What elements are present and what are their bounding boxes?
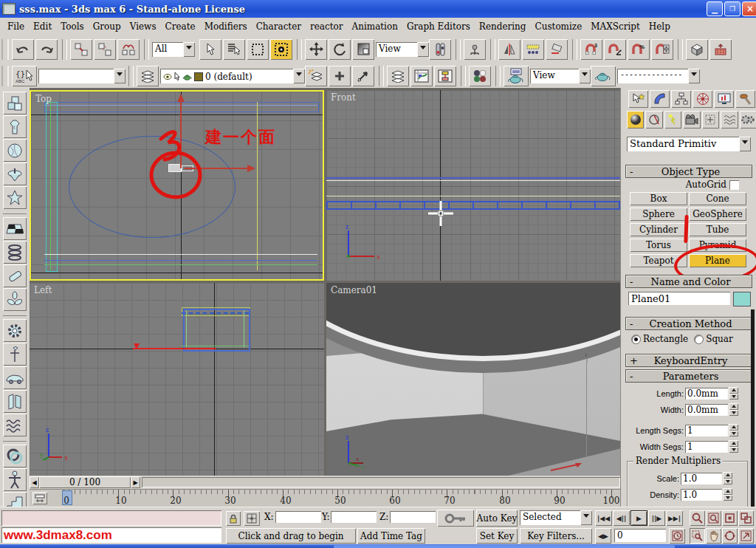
quick-render-icon[interactable] [709,39,732,60]
min-max-toggle-icon[interactable] [738,528,754,544]
viewport-top[interactable]: Top 建一个面 [30,90,324,281]
scale-field[interactable]: 1.0 [681,473,722,484]
menu-help[interactable]: Help [645,19,675,34]
tab-hierarchy-icon[interactable] [671,90,691,108]
dropdown-arrow-icon[interactable] [579,69,591,83]
object-color-swatch[interactable] [733,292,751,306]
time-slider-prev-icon[interactable]: ◀ [30,476,39,488]
waves-icon[interactable] [3,414,27,436]
absolute-mode-icon[interactable] [244,511,260,526]
capsule-icon[interactable] [3,264,27,287]
select-object-icon[interactable] [199,39,221,60]
bind-to-space-warp-icon[interactable] [117,39,140,60]
layer-properties-icon[interactable] [387,66,409,86]
density-spinner[interactable] [723,488,732,501]
gear-icon[interactable] [3,319,27,342]
zoom-extents-icon[interactable] [722,510,738,526]
layer-eraser-icon[interactable] [546,39,568,60]
set-keys-key-icon[interactable] [437,510,474,527]
pan-hand-icon[interactable] [706,528,721,544]
viewport-left-label[interactable]: Left [34,285,52,295]
selection-filter-dropdown[interactable]: All [152,42,195,57]
play-button-icon[interactable]: ▶ [630,510,647,526]
select-and-rotate-icon[interactable] [329,39,351,60]
rollout-object-type[interactable]: - Object Type [625,165,752,178]
arc-rotate-icon[interactable] [722,528,738,544]
tab-modify-icon[interactable] [650,90,670,108]
scale-spinner[interactable] [723,472,732,484]
rollout-name-color[interactable]: - Name and Color [625,275,752,288]
restore-button[interactable]: ❐ [724,1,740,16]
menu-customize[interactable]: Customize [530,19,586,34]
region-zoom-icon[interactable] [690,528,705,544]
car-icon[interactable] [3,366,27,389]
button-geosphere[interactable]: GeoSphere [689,208,746,221]
width-spinner[interactable] [729,403,738,416]
category-systems-icon[interactable] [740,111,756,129]
menu-views[interactable]: Views [126,19,161,34]
next-frame-icon[interactable]: ||▶ [648,510,665,526]
sphere-icon[interactable] [3,139,27,162]
length-segs-spinner[interactable] [729,424,738,436]
width-segs-spinner[interactable] [729,440,738,453]
rollout-keyboard-entry[interactable]: + KeyboardEntry [625,354,752,367]
z-coord-field[interactable] [390,511,436,523]
windows-taskbar-strip[interactable] [0,544,756,548]
weathervane-icon[interactable] [3,343,27,366]
door-panels-icon[interactable] [3,390,27,413]
window-crossing-toggle-icon[interactable] [270,39,292,60]
spring-icon[interactable] [3,241,27,264]
cubes-icon[interactable] [3,92,27,114]
menu-tools[interactable]: Tools [56,19,89,34]
layer-color-swatch[interactable] [194,72,203,81]
angle-snap-icon[interactable] [604,39,626,60]
rectangular-selection-region-icon[interactable] [247,39,269,60]
tab-display-icon[interactable] [714,90,734,108]
button-cone[interactable]: Cone [689,192,746,205]
selection-lock-icon[interactable] [226,511,241,526]
y-coord-field[interactable] [331,511,377,523]
mirror-icon[interactable] [498,39,520,60]
key-mode-toggle-icon[interactable]: ◀▶ [595,528,611,544]
key-mode-dropdown[interactable]: Selected [520,510,592,525]
redo-icon[interactable] [35,39,58,60]
tab-utilities-icon[interactable] [735,90,755,108]
zoom-extents-all-icon[interactable] [738,510,754,526]
tab-motion-icon[interactable] [693,90,712,108]
menu-reactor[interactable]: reactor [306,19,348,34]
category-geometry-icon[interactable] [627,111,644,129]
current-frame-field[interactable]: 0 [614,529,666,542]
button-cylinder[interactable]: Cylinder [630,223,687,236]
add-to-layer-icon[interactable] [329,66,351,86]
set-key-button[interactable]: Set Key [476,528,518,544]
dropdown-arrow-icon[interactable] [739,137,751,151]
select-and-scale-icon[interactable] [352,39,374,60]
radio-rectangle[interactable] [631,335,641,344]
menu-modifiers[interactable]: Modifiers [200,19,252,34]
snap-toggle-3d-icon[interactable]: 3 [580,39,602,60]
layer-manager-icon[interactable] [137,66,159,86]
menu-character[interactable]: Character [252,19,306,34]
viewport-front-label[interactable]: Front [331,92,356,103]
named-selection-dropdown[interactable] [38,69,126,83]
toolbar-grip[interactable] [1,66,9,86]
auto-key-button[interactable]: Auto Key [476,510,518,527]
toolbar-grip[interactable] [1,39,9,60]
go-to-end-icon[interactable]: ▶▶| [666,510,683,526]
menu-animation[interactable]: Animation [348,19,402,34]
panel-scrollbar[interactable] [751,309,755,509]
select-and-link-icon[interactable] [70,39,92,60]
button-box[interactable]: Box [630,192,687,205]
density-field[interactable]: 1.0 [681,489,722,501]
menu-file[interactable]: File [3,19,29,34]
menu-rendering[interactable]: Rendering [475,19,531,34]
render-scene-icon[interactable] [686,39,708,60]
length-field[interactable]: 0.0mm [685,388,728,400]
key-filters-button[interactable]: Key Filters... [520,528,592,544]
reference-coordinate-dropdown[interactable]: View [376,42,429,57]
autogrid-checkbox[interactable] [729,180,739,190]
button-torus[interactable]: Torus [630,239,687,252]
add-time-tag-button[interactable]: Add Time Tag [357,528,425,544]
menu-maxscript[interactable]: MAXScript [586,19,645,34]
render-preset-dropdown[interactable]: -------------- [617,69,700,83]
